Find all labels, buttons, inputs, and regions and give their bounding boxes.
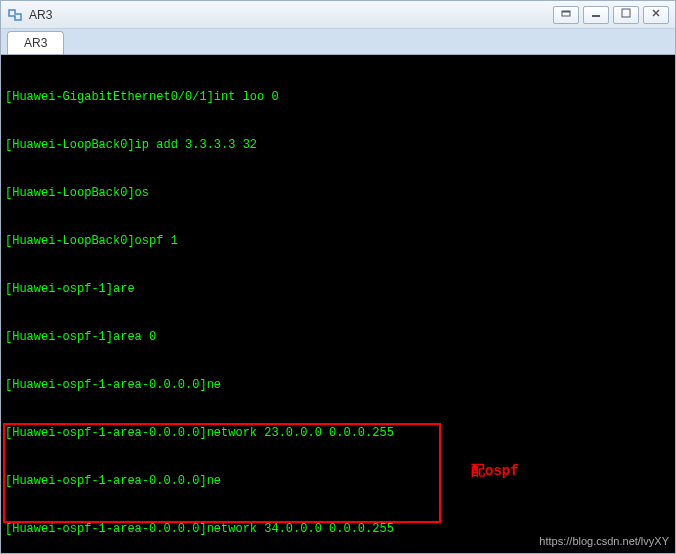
window-title: AR3 xyxy=(29,8,553,22)
svg-rect-3 xyxy=(622,9,630,17)
svg-rect-1 xyxy=(562,11,570,13)
close-button[interactable] xyxy=(643,6,669,24)
terminal-line: [Huawei-LoopBack0]ospf 1 xyxy=(5,233,671,249)
terminal-line: [Huawei-GigabitEthernet0/0/1]int loo 0 xyxy=(5,89,671,105)
maximize-button[interactable] xyxy=(613,6,639,24)
tab-strip: AR3 xyxy=(1,29,675,55)
terminal-line: [Huawei-LoopBack0]ip add 3.3.3.3 32 xyxy=(5,137,671,153)
terminal-line: [Huawei-ospf-1-area-0.0.0.0]ne xyxy=(5,473,671,489)
terminal-line: [Huawei-ospf-1]are xyxy=(5,281,671,297)
titlebar: AR3 xyxy=(1,1,675,29)
minimize-button[interactable] xyxy=(583,6,609,24)
options-button[interactable] xyxy=(553,6,579,24)
tab-ar3[interactable]: AR3 xyxy=(7,31,64,54)
terminal-line: [Huawei-ospf-1-area-0.0.0.0]network 23.0… xyxy=(5,425,671,441)
terminal-line: [Huawei-LoopBack0]os xyxy=(5,185,671,201)
window-controls xyxy=(553,6,669,24)
terminal-line: [Huawei-ospf-1-area-0.0.0.0]ne xyxy=(5,377,671,393)
svg-rect-2 xyxy=(592,15,600,17)
app-icon xyxy=(7,7,23,23)
annotation-label: 配ospf xyxy=(471,463,519,479)
app-window: AR3 AR3 [Huawei-GigabitEthernet0/0/1]int… xyxy=(0,0,676,554)
terminal-line: [Huawei-ospf-1]area 0 xyxy=(5,329,671,345)
watermark: https://blog.csdn.net/lvyXY xyxy=(539,533,669,549)
terminal[interactable]: [Huawei-GigabitEthernet0/0/1]int loo 0 [… xyxy=(1,55,675,553)
